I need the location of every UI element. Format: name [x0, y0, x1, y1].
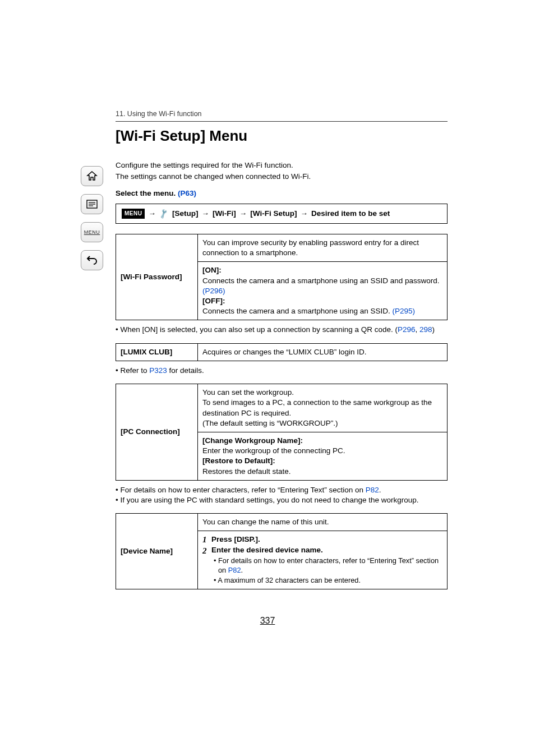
step-1: Press [DISP.]. — [211, 534, 442, 545]
step-sub-1: For details on how to enter characters, … — [211, 556, 442, 575]
pc-r1c: (The default setting is “WORKGROUP”.) — [202, 419, 338, 427]
device-name-desc: You can change the name of this unit. — [198, 514, 448, 531]
step-sub-2: A maximum of 32 characters can be entere… — [211, 576, 442, 586]
select-menu-line: Select the menu. (P63) — [116, 188, 448, 199]
menu-button[interactable]: MENU — [81, 222, 103, 242]
pc-r1a: You can set the workgroup. — [202, 388, 294, 397]
wifi-password-note: When [ON] is selected, you can also set … — [116, 325, 448, 335]
pc-connection-options: [Change Workgroup Name]: Enter the workg… — [198, 432, 448, 480]
wifi-password-options: [ON]: Connects the camera and a smartpho… — [198, 262, 448, 320]
restore-default-text: Restores the default state. — [202, 467, 291, 476]
lumix-note-pre: Refer to — [120, 366, 149, 375]
note-sep: , — [416, 325, 420, 334]
link-p296[interactable]: (P296) — [202, 287, 225, 295]
lumix-club-text: Acquires or changes the “LUMIX CLUB” log… — [198, 343, 448, 361]
change-workgroup-text: Enter the workgroup of the connecting PC… — [202, 446, 345, 455]
intro-line-1: Configure the settings required for the … — [116, 160, 448, 170]
wifi-password-label: [Wi-Fi Password] — [116, 234, 198, 320]
select-menu-label: Select the menu. — [116, 189, 178, 197]
lumix-club-label: [LUMIX CLUB] — [116, 343, 198, 361]
menu-badge: MENU — [122, 209, 145, 219]
sidebar-nav: MENU — [81, 166, 105, 278]
home-icon[interactable] — [81, 166, 103, 186]
pc-connection-notes: For details on how to enter characters, … — [116, 485, 448, 505]
note-post: ) — [432, 325, 435, 334]
page-content: 11. Using the Wi-Fi function [Wi-Fi Setu… — [116, 110, 448, 589]
link-p82b[interactable]: P82 — [228, 566, 241, 574]
menu-path-box: MENU → 🔧 [Setup] → [Wi-Fi] → [Wi-Fi Setu… — [116, 204, 448, 224]
on-label: [ON]: — [202, 266, 222, 274]
wifi-password-table: [Wi-Fi Password] You can improve securit… — [116, 234, 448, 321]
back-icon[interactable] — [81, 250, 103, 270]
pc-r1b: To send images to a PC, a connection to … — [202, 398, 432, 417]
on-text: Connects the camera and a smartphone usi… — [202, 276, 440, 285]
device-name-steps: 1 2 Press [DISP.]. Enter the desired dev… — [198, 531, 448, 589]
wifi-password-desc: You can improve security by enabling pas… — [198, 234, 448, 261]
arrow-icon: → — [148, 209, 156, 219]
page-number[interactable]: 337 — [0, 616, 535, 626]
link-p63[interactable]: (P63) — [178, 189, 196, 197]
nav-setup: [Setup] — [172, 209, 199, 219]
off-text: Connects the camera and a smartphone usi… — [202, 307, 392, 315]
nav-wifi-setup: [Wi-Fi Setup] — [250, 209, 297, 219]
link-p82[interactable]: P82 — [366, 486, 379, 494]
pc-note1-pre: For details on how to enter characters, … — [120, 486, 365, 494]
contents-icon[interactable] — [81, 194, 103, 214]
pc-note2: If you are using the PC with standard se… — [120, 496, 418, 504]
nav-desired: Desired item to be set — [311, 209, 390, 219]
lumix-club-table: [LUMIX CLUB] Acquires or changes the “LU… — [116, 343, 448, 361]
lumix-note-post: for details. — [167, 366, 204, 375]
note-text: When [ON] is selected, you can also set … — [120, 325, 398, 334]
device-name-label: [Device Name] — [116, 514, 198, 589]
link-298[interactable]: 298 — [419, 325, 432, 334]
pc-connection-table: [PC Connection] You can set the workgrou… — [116, 384, 448, 481]
off-label: [OFF]: — [202, 297, 225, 305]
chapter-heading: 11. Using the Wi-Fi function — [116, 110, 448, 122]
step-num-2: 2 — [202, 546, 211, 557]
pc-note1-post: . — [379, 486, 381, 494]
pc-connection-desc: You can set the workgroup. To send image… — [198, 384, 448, 432]
intro-line-2: The settings cannot be changed when conn… — [116, 172, 448, 182]
nav-wifi: [Wi-Fi] — [213, 209, 236, 219]
link-p323[interactable]: P323 — [149, 366, 167, 375]
link-p296b[interactable]: P296 — [398, 325, 416, 334]
restore-default-label: [Restore to Default]: — [202, 457, 275, 465]
link-p295[interactable]: (P295) — [392, 307, 415, 315]
step-num-1: 1 — [202, 534, 211, 546]
wrench-icon: 🔧 — [158, 208, 170, 220]
change-workgroup-label: [Change Workgroup Name]: — [202, 436, 303, 445]
device-name-table: [Device Name] You can change the name of… — [116, 513, 448, 589]
pc-connection-label: [PC Connection] — [116, 384, 198, 481]
page-title: [Wi-Fi Setup] Menu — [116, 127, 448, 145]
lumix-note: Refer to P323 for details. — [116, 366, 448, 376]
step-2: Enter the desired device name. — [211, 545, 442, 555]
